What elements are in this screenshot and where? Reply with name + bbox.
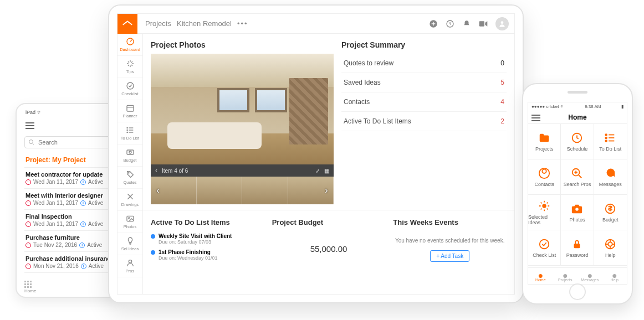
tile-contacts[interactable]: Contacts bbox=[528, 159, 561, 195]
money-icon bbox=[117, 148, 142, 157]
expand-icon[interactable]: ⤢ bbox=[315, 168, 320, 174]
svg-point-40 bbox=[540, 239, 549, 249]
rail-label: Budget bbox=[117, 158, 142, 163]
summary-row[interactable]: Saved Ideas5 bbox=[341, 73, 507, 92]
tile-messages[interactable]: Messages bbox=[594, 159, 627, 195]
tab-label: Home bbox=[535, 278, 546, 282]
svg-point-22 bbox=[128, 218, 130, 219]
photo-toolbar: ‹ Item 4 of 6 ⤢ ▦ bbox=[151, 164, 334, 177]
svg-marker-5 bbox=[485, 21, 487, 26]
x-icon bbox=[117, 192, 142, 201]
todo-title: 1st Phase Finishing bbox=[159, 249, 217, 255]
rail-sel-ideas[interactable]: Sel Ideas bbox=[117, 233, 142, 255]
crumb-projects[interactable]: Projects bbox=[145, 19, 171, 28]
ipad-task-item[interactable]: Final Inspection Wed Jan 11, 2017 i Acti… bbox=[24, 210, 115, 231]
project-title[interactable]: Project: My Project bbox=[24, 153, 115, 168]
tile-schedule[interactable]: Schedule bbox=[561, 124, 594, 159]
tab-messages[interactable]: ●Messages bbox=[577, 268, 602, 284]
summary-row[interactable]: Active To Do List Items2 bbox=[341, 112, 507, 131]
photo-prev-icon[interactable]: ‹ bbox=[155, 167, 157, 174]
tile-photos[interactable]: Photos bbox=[561, 195, 594, 230]
more-icon[interactable]: ••• bbox=[237, 19, 248, 28]
rail-checklist[interactable]: Checklist bbox=[117, 78, 142, 100]
thumbnail[interactable] bbox=[197, 177, 243, 204]
rail-dashboard[interactable]: Dashboard bbox=[117, 34, 142, 56]
svg-point-29 bbox=[606, 137, 607, 138]
rail-to-do-list[interactable]: To Do List bbox=[117, 122, 142, 144]
tile-projects[interactable]: Projects bbox=[528, 124, 561, 159]
tab-home[interactable]: ●Home bbox=[528, 268, 553, 284]
app-logo[interactable] bbox=[117, 14, 137, 34]
rail-quotes[interactable]: Quotes bbox=[117, 167, 142, 189]
cal-icon bbox=[117, 104, 142, 112]
search-icon bbox=[571, 167, 583, 179]
tile-search-pros[interactable]: Search Pros bbox=[561, 159, 594, 195]
info-icon: i bbox=[80, 221, 86, 227]
photo-icon bbox=[117, 214, 142, 223]
task-date: Mon Nov 21, 2016 bbox=[33, 263, 79, 269]
clock-icon bbox=[25, 242, 31, 248]
tab-help[interactable]: ●Help bbox=[602, 268, 627, 284]
todo-item[interactable]: 1st Phase FinishingDue on: Wednesday 01/… bbox=[151, 247, 264, 263]
grid-view-icon[interactable]: ▦ bbox=[324, 168, 329, 174]
rail-photos[interactable]: Photos bbox=[117, 211, 142, 233]
ipad-task-item[interactable]: Meet contractor for update Wed Jan 11, 2… bbox=[24, 168, 115, 189]
add-icon[interactable] bbox=[429, 19, 438, 28]
task-status: Active bbox=[89, 263, 104, 269]
clock-icon bbox=[25, 264, 31, 269]
list-icon bbox=[604, 132, 616, 144]
summary-label: Quotes to review bbox=[344, 59, 393, 67]
tile-selected-ideas[interactable]: Selected Ideas bbox=[528, 195, 561, 230]
rail-label: Photos bbox=[117, 224, 142, 229]
phone-device: ●●●●● cricket ᯤ 9:38 AM ▮ Home ProjectsS… bbox=[522, 83, 633, 304]
home-button[interactable] bbox=[569, 283, 586, 300]
tile-password[interactable]: Password bbox=[561, 230, 594, 266]
photo-thumbnails: ‹ › bbox=[151, 177, 334, 204]
ipad-task-item[interactable]: Meet with Interior designer Wed Jan 11, … bbox=[24, 189, 115, 210]
tile-help[interactable]: Help bbox=[594, 230, 627, 266]
thumb-next-icon[interactable]: › bbox=[321, 185, 331, 195]
task-status: Active bbox=[87, 242, 102, 248]
ipad-footer-home[interactable]: Home bbox=[24, 281, 36, 293]
rail-budget[interactable]: Budget bbox=[117, 144, 142, 167]
thumb-prev-icon[interactable]: ‹ bbox=[153, 185, 163, 195]
summary-value: 2 bbox=[500, 117, 504, 125]
rail-planner[interactable]: Planner bbox=[117, 100, 142, 122]
rail-pros[interactable]: Pros bbox=[117, 255, 142, 277]
tile-to-do-list[interactable]: To Do List bbox=[594, 124, 627, 159]
bell-icon[interactable] bbox=[462, 19, 471, 28]
thumbnail[interactable] bbox=[242, 177, 288, 204]
tab-icon: ● bbox=[538, 271, 543, 277]
tile-budget[interactable]: Budget bbox=[594, 195, 627, 230]
project-photo-main[interactable] bbox=[151, 54, 334, 164]
avatar[interactable] bbox=[495, 17, 509, 30]
add-task-button[interactable]: + Add Task bbox=[430, 250, 469, 262]
hamburger-icon[interactable] bbox=[531, 113, 540, 123]
task-title: Final Inspection bbox=[25, 213, 114, 220]
crumb-current[interactable]: Kitchen Remodel bbox=[177, 19, 232, 28]
search-input[interactable] bbox=[24, 136, 115, 148]
summary-row[interactable]: Contacts4 bbox=[341, 92, 507, 112]
photos-heading: Project Photos bbox=[151, 40, 334, 49]
rail-tips[interactable]: Tips bbox=[117, 56, 142, 78]
search-field[interactable] bbox=[38, 139, 111, 146]
rail-drawings[interactable]: Drawings bbox=[117, 189, 142, 211]
gauge-icon bbox=[117, 37, 142, 46]
tile-check-list[interactable]: Check List bbox=[528, 230, 561, 266]
summary-row[interactable]: Quotes to review0 bbox=[341, 54, 507, 73]
summary-label: Contacts bbox=[344, 98, 370, 106]
hamburger-icon[interactable] bbox=[25, 121, 34, 131]
task-status: Active bbox=[88, 200, 103, 206]
ipad-task-item[interactable]: Purchase additional insurance Mon Nov 21… bbox=[24, 252, 115, 273]
person-icon bbox=[538, 167, 550, 179]
task-date: Wed Jan 11, 2017 bbox=[33, 221, 78, 227]
todo-item[interactable]: Weekly Site Visit with ClientDue on: Sat… bbox=[151, 231, 264, 247]
tab-projects[interactable]: ●Projects bbox=[553, 268, 578, 284]
events-heading: This Weeks Events bbox=[393, 218, 507, 226]
video-icon[interactable] bbox=[479, 19, 488, 28]
folder-icon bbox=[538, 132, 550, 144]
sync-icon[interactable] bbox=[446, 19, 454, 28]
ipad-task-item[interactable]: Purchase furniture Tue Nov 22, 2016 i Ac… bbox=[24, 231, 115, 252]
svg-point-8 bbox=[127, 82, 134, 89]
svg-point-18 bbox=[128, 173, 129, 173]
